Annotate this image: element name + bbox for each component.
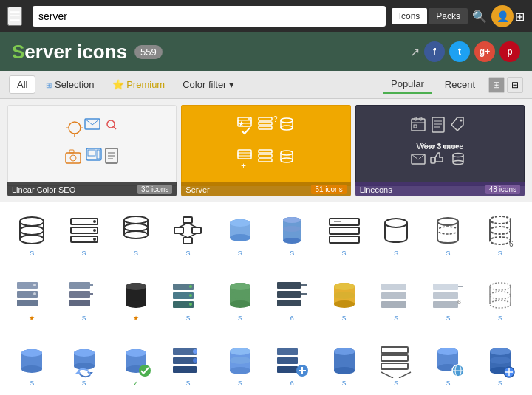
filter-premium[interactable]: ⭐ Premium [105,76,173,93]
svg-rect-29 [238,153,251,156]
search-button[interactable]: 🔍 [469,7,490,27]
icon-cell-7[interactable]: S [318,208,369,261]
share-button[interactable]: ↗ [410,45,420,59]
icon-cell-2[interactable]: S [58,208,109,261]
icon-cell-16[interactable]: 6 [266,273,318,326]
svg-rect-136 [433,284,458,290]
search-input[interactable] [38,10,380,22]
filter-selection[interactable]: ⊞ Selection [38,76,101,93]
icon-cell-18[interactable]: S [370,273,422,326]
icon-cell-21[interactable]: S [6,338,58,391]
icon-cell-3[interactable]: S [110,208,162,261]
icon-cell-23[interactable]: ✓ [110,338,162,391]
svg-point-110 [126,300,146,308]
icon-badge-18: S [394,315,398,322]
svg-point-141 [490,283,511,290]
grid-view-large[interactable]: ⊞ [488,77,505,93]
icon-db-outline [14,213,50,248]
svg-point-115 [189,285,192,288]
svg-rect-170 [277,357,298,364]
icon-cell-22[interactable]: S [58,338,109,391]
icon-cell-25[interactable]: S [214,338,266,391]
icon-cell-24[interactable]: S [162,338,214,391]
icon-db-outline3 [430,213,466,248]
menu-button[interactable]: ☰ [7,7,22,26]
packs-button[interactable]: Packs [429,8,468,24]
svg-point-163 [193,358,197,363]
pack-name-linecons: Linecons [360,185,392,194]
icon-db-outline2 [378,213,414,248]
svg-rect-22 [259,126,272,129]
icon-db-blue4 [327,343,362,378]
filter-color[interactable]: Color filter ▾ [175,76,242,93]
google-button[interactable]: g+ [474,41,495,62]
icon-cell-28[interactable]: S [370,338,422,391]
filter-left: All ⊞ Selection ⭐ Premium Color filter ▾ [9,75,242,94]
grid-view-small[interactable]: ⊟ [507,77,523,93]
icon-cell-20[interactable]: S [474,273,526,326]
icon-cell-8[interactable]: S [370,208,422,261]
svg-line-182 [381,372,393,378]
user-avatar[interactable]: 👤 [491,5,514,27]
pinterest-button[interactable]: p [499,41,520,62]
icon-cell-5[interactable]: S [214,208,266,261]
svg-point-122 [230,292,250,299]
svg-rect-135 [381,301,406,308]
icon-cell-15[interactable]: S [214,273,266,326]
svg-point-94 [490,237,511,244]
svg-point-142 [490,292,511,299]
svg-point-168 [230,357,250,364]
icon-cell-14[interactable]: S [162,273,214,326]
icon-cell-4[interactable]: S [162,208,214,261]
icon-cell-27[interactable]: S [318,338,369,391]
icon-cell-17[interactable]: S [318,273,369,326]
tab-recent[interactable]: Recent [437,76,482,93]
filter-all[interactable]: All [9,75,35,94]
icon-cell-10[interactable]: 6 S [474,208,526,261]
icon-cell-9[interactable]: S [422,208,474,261]
svg-point-90 [437,218,458,225]
svg-rect-105 [69,300,90,306]
pack-card-server[interactable]: ? + [181,105,350,196]
icon-cell-6[interactable]: S [266,208,318,261]
svg-point-149 [21,349,42,357]
grid-view-button[interactable]: ⊞ [515,10,525,24]
svg-rect-68 [183,217,192,223]
svg-point-116 [189,294,192,297]
icon-server-plus [274,343,310,378]
svg-rect-71 [183,238,192,244]
svg-point-158 [139,365,151,377]
icon-cell-13[interactable]: ★ [110,273,162,326]
svg-line-73 [188,223,197,227]
twitter-button[interactable]: t [449,41,470,62]
svg-point-130 [334,300,355,308]
icon-badge-26: 6 [290,379,294,387]
svg-point-195 [490,357,511,364]
pack-name-seo: Linear Color SEO [12,185,75,194]
svg-line-183 [399,372,411,378]
icon-cell-26[interactable]: 6 [266,338,318,391]
icon-db-blue2 [14,343,50,378]
svg-rect-7 [66,153,81,163]
icon-cell-19[interactable]: 6 S [422,273,474,326]
svg-text:?: ? [273,116,278,123]
icons-button[interactable]: Icons [392,8,428,24]
svg-point-102 [33,292,36,295]
icon-cell-11[interactable]: ★ [6,273,58,326]
icon-badge-15: S [238,315,242,322]
icon-cell-30[interactable]: S [474,338,526,391]
svg-rect-171 [277,366,298,373]
pack-card-seo[interactable]: Linear Color SEO 30 icons [7,105,177,196]
icon-db-dots: 6 [482,213,518,248]
pack-card-linecons[interactable]: View 3 more View 3 [355,105,525,196]
icon-badge-29: S [446,379,450,387]
svg-rect-137 [433,292,458,299]
svg-rect-123 [277,282,301,289]
icon-badge-13: ★ [133,315,139,322]
icon-cell-12[interactable]: S [58,273,109,326]
icon-cell-1[interactable]: S [6,208,58,261]
tab-popular[interactable]: Popular [383,75,432,94]
svg-rect-125 [277,300,301,306]
facebook-button[interactable]: f [424,41,445,62]
icon-cell-29[interactable]: S [422,338,474,391]
